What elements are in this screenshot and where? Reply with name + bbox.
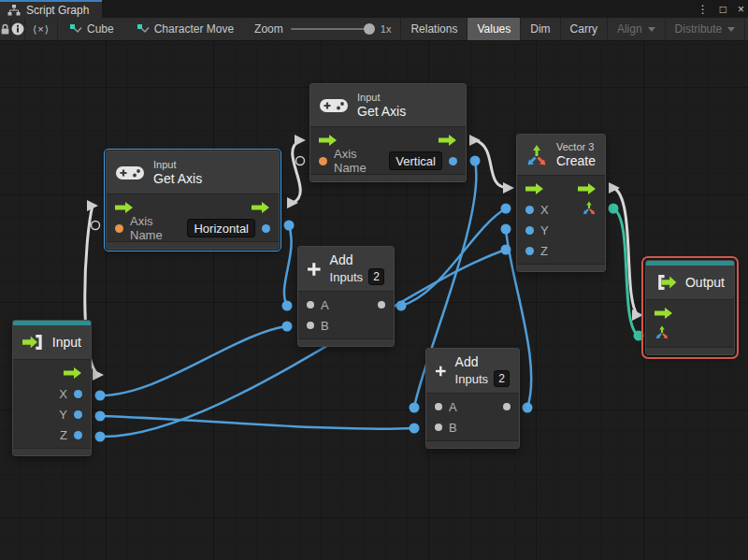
- port-label: A: [449, 400, 457, 414]
- carry-button[interactable]: Carry: [560, 18, 607, 41]
- vector3-output-port[interactable]: [582, 201, 597, 219]
- graph-node-icon: [69, 23, 82, 35]
- breadcrumb-label: Character Move: [154, 22, 234, 36]
- port-label: Axis Name: [334, 147, 382, 175]
- vector3-icon: [525, 144, 549, 166]
- node-title: Output: [685, 275, 725, 291]
- value-input-port[interactable]: [307, 322, 314, 329]
- flow-out-port[interactable]: [578, 183, 597, 194]
- string-input-port[interactable]: [319, 157, 327, 165]
- input-bracket-icon: [22, 332, 45, 352]
- value-input-port[interactable]: [525, 206, 534, 214]
- tab-script-graph[interactable]: Script Graph: [0, 0, 102, 18]
- value-output-port[interactable]: [449, 157, 457, 165]
- flow-out-port[interactable]: [64, 367, 82, 379]
- node-title: Input: [52, 335, 81, 351]
- wire-endpoint: [523, 403, 533, 413]
- node-vector3-create[interactable]: Vector 3 Create X: [516, 134, 606, 272]
- node-add-1[interactable]: Add Inputs 2 A B: [297, 246, 395, 347]
- maximize-button[interactable]: □: [720, 3, 726, 16]
- wire-input-y-to-add2-b[interactable]: [100, 416, 414, 429]
- value-input-port[interactable]: [435, 403, 442, 410]
- flow-out-port[interactable]: [439, 135, 457, 146]
- flow-out-port[interactable]: [252, 202, 270, 213]
- node-title: Add: [455, 354, 510, 370]
- port-label: Y: [540, 223, 549, 237]
- distribute-dropdown[interactable]: Distribute: [665, 18, 745, 41]
- wire-endpoint: [634, 331, 644, 341]
- wire-add1-to-vector3-x[interactable]: [401, 208, 506, 306]
- values-button[interactable]: Values: [467, 18, 520, 41]
- axis-name-field[interactable]: Horizontal: [187, 219, 255, 237]
- value-output-port[interactable]: [74, 390, 82, 398]
- wire-endpoint: [501, 204, 511, 214]
- node-footer: [298, 338, 394, 346]
- graph-canvas[interactable]: Input Get Axis Axis Name Vertical: [0, 41, 748, 560]
- flow-in-port[interactable]: [319, 135, 338, 146]
- flow-arrowhead: [295, 135, 306, 146]
- node-subtitle: Vector 3: [556, 140, 596, 153]
- wire-endpoint: [501, 224, 511, 235]
- value-input-port[interactable]: [525, 247, 534, 255]
- gamepad-icon: [116, 165, 144, 180]
- node-add-2[interactable]: Add Inputs 2 A B: [425, 348, 520, 449]
- value-input-port[interactable]: [525, 226, 534, 235]
- breadcrumb-character-move[interactable]: Character Move: [125, 22, 245, 36]
- node-footer: [107, 241, 279, 249]
- zoom-value: 1x: [381, 23, 392, 35]
- align-dropdown[interactable]: Align: [607, 18, 665, 41]
- value-output-port[interactable]: [503, 403, 511, 410]
- wire-endpoint: [282, 301, 293, 311]
- wire-endpoint: [282, 322, 293, 332]
- wire-flow-horizontal-to-vertical[interactable]: [293, 140, 301, 203]
- wire-endpoint: [470, 156, 481, 166]
- close-button[interactable]: ×: [738, 3, 744, 16]
- vector3-icon: [582, 201, 597, 215]
- wire-endpoint: [95, 411, 106, 422]
- string-input-port[interactable]: [115, 224, 123, 233]
- node-title: Get Axis: [357, 104, 406, 120]
- value-input-port[interactable]: [307, 301, 314, 309]
- wire-flow-vertical-to-vector3[interactable]: [475, 140, 509, 188]
- wire-horizontal-to-add1-a[interactable]: [284, 225, 292, 306]
- zoom-slider-knob[interactable]: [364, 23, 375, 35]
- wire-endpoint: [410, 424, 420, 434]
- window-menu-button[interactable]: ⋮: [698, 3, 709, 16]
- zoom-slider[interactable]: [291, 28, 373, 30]
- gamepad-icon: [320, 98, 348, 113]
- port-label: B: [449, 421, 457, 435]
- plus-icon: [308, 259, 321, 280]
- code-view-button[interactable]: ⟨×⟩: [25, 18, 58, 41]
- overview-button[interactable]: Overview: [744, 18, 748, 41]
- info-button[interactable]: [11, 18, 25, 41]
- value-output-port[interactable]: [74, 410, 82, 419]
- port-label: X: [59, 387, 67, 401]
- zoom-label: Zoom: [254, 22, 283, 36]
- flow-in-port[interactable]: [654, 308, 673, 319]
- wire-endpoint: [501, 245, 511, 255]
- node-output[interactable]: Output: [645, 260, 735, 355]
- value-output-port[interactable]: [262, 224, 270, 233]
- inputs-count-field[interactable]: 2: [368, 268, 384, 285]
- relations-button[interactable]: Relations: [400, 18, 467, 41]
- vector3-input-port[interactable]: [654, 325, 669, 343]
- flow-arrowhead: [632, 309, 643, 321]
- dim-button[interactable]: Dim: [520, 18, 559, 41]
- value-output-port[interactable]: [74, 431, 82, 439]
- node-get-axis-horizontal[interactable]: Input Get Axis Axis Name Horizontal: [106, 151, 280, 250]
- flow-in-port[interactable]: [115, 202, 134, 213]
- node-get-axis-vertical[interactable]: Input Get Axis Axis Name Vertical: [309, 83, 467, 182]
- breadcrumb-cube[interactable]: Cube: [58, 22, 125, 36]
- unconnected-port-circle[interactable]: [296, 157, 305, 165]
- value-input-port[interactable]: [435, 424, 442, 431]
- node-title: Create: [556, 153, 596, 169]
- axis-name-field[interactable]: Vertical: [389, 151, 442, 170]
- lock-button[interactable]: [0, 18, 11, 41]
- port-label: Axis Name: [130, 214, 180, 242]
- unconnected-port-circle[interactable]: [92, 222, 100, 230]
- node-input[interactable]: Input X Y Z: [12, 320, 92, 456]
- flow-in-port[interactable]: [525, 183, 544, 194]
- wire-endpoint: [396, 301, 407, 311]
- inputs-count-field[interactable]: 2: [494, 370, 510, 387]
- value-output-port[interactable]: [378, 301, 385, 309]
